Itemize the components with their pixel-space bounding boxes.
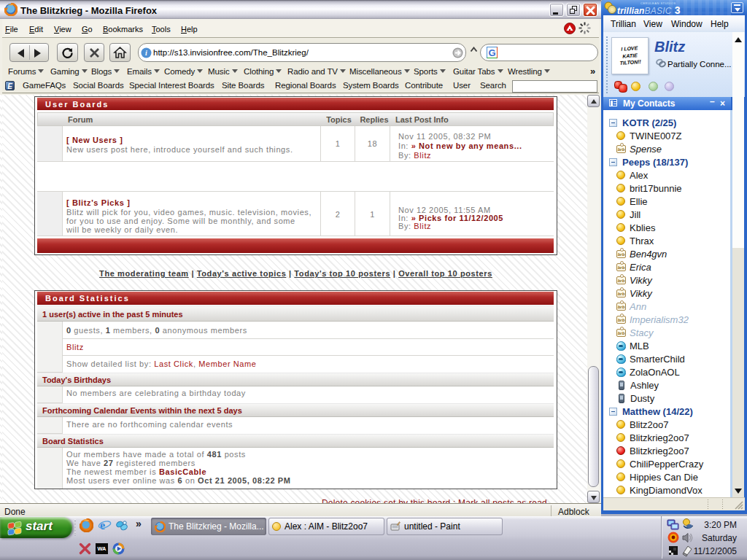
svg-text:i: i (145, 49, 147, 57)
svg-text:e: e (100, 519, 105, 532)
